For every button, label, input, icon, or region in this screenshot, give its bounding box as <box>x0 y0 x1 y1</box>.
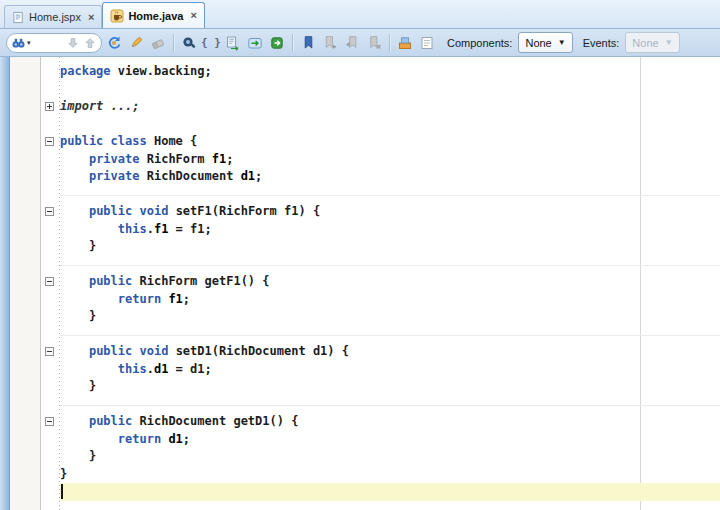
current-code-line[interactable] <box>60 483 720 501</box>
find-previous-arrow-icon[interactable] <box>82 35 98 51</box>
code-segment: ; <box>226 152 233 166</box>
close-tab-icon[interactable]: × <box>190 10 196 21</box>
code-line[interactable]: private RichForm f1; <box>60 151 720 169</box>
code-segment: class <box>111 134 147 148</box>
code-line[interactable]: } <box>60 448 720 466</box>
code-line[interactable]: package view.backing; <box>60 63 720 81</box>
toolbar-separator <box>292 34 293 52</box>
tab-home-java[interactable]: Home.java × <box>102 2 204 28</box>
code-segment: public <box>89 274 132 288</box>
surround-with-button[interactable] <box>245 33 265 53</box>
code-line[interactable]: } <box>60 378 720 396</box>
code-line[interactable] <box>60 326 720 344</box>
code-segment: } <box>60 309 96 323</box>
code-line[interactable]: public void setF1(RichForm f1) { <box>60 203 720 221</box>
code-line[interactable] <box>60 81 720 99</box>
fold-expand-icon[interactable] <box>45 102 54 111</box>
next-bookmark-button[interactable] <box>320 33 340 53</box>
events-dropdown: None ▼ <box>625 32 679 53</box>
code-line[interactable]: public RichForm getF1() { <box>60 273 720 291</box>
editor-toolbar: ▾ { } <box>0 28 720 57</box>
code-braces-button[interactable]: { } <box>201 33 221 53</box>
code-segment: RichForm <box>139 152 211 166</box>
note-page-button[interactable] <box>417 33 437 53</box>
find-usages-button[interactable] <box>179 33 199 53</box>
jspx-file-icon <box>12 11 25 24</box>
highlight-marker-button[interactable] <box>126 33 146 53</box>
code-line[interactable]: this.f1 = f1; <box>60 221 720 239</box>
code-segment: } <box>60 467 67 481</box>
reformat-button[interactable] <box>223 33 243 53</box>
code-line[interactable]: } <box>60 238 720 256</box>
code-segment: public <box>89 414 132 428</box>
code-segment: this <box>118 362 147 376</box>
code-segment <box>60 169 89 183</box>
code-segment <box>103 134 110 148</box>
code-line[interactable]: return d1; <box>60 431 720 449</box>
code-segment: d1 <box>168 432 182 446</box>
last-edit-location-button[interactable] <box>104 33 124 53</box>
code-segment: d1 <box>241 169 255 183</box>
remove-bookmarks-button[interactable] <box>364 33 384 53</box>
code-segment: return <box>118 432 161 446</box>
fold-collapse-icon[interactable] <box>45 347 54 356</box>
toggle-bookmark-button[interactable] <box>298 33 318 53</box>
fold-collapse-icon[interactable] <box>45 207 54 216</box>
code-segment: return <box>118 292 161 306</box>
code-segment: = f1; <box>168 222 211 236</box>
clear-highlight-button[interactable] <box>148 33 168 53</box>
tab-home-jspx[interactable]: Home.jspx × <box>4 5 102 28</box>
code-line[interactable] <box>60 116 720 134</box>
code-line[interactable]: private RichDocument d1; <box>60 168 720 186</box>
code-segment: f1 <box>154 222 168 236</box>
fold-collapse-icon[interactable] <box>45 137 54 146</box>
code-segment: public <box>60 134 103 148</box>
go-to-declaration-button[interactable] <box>267 33 287 53</box>
palette-button[interactable] <box>395 33 415 53</box>
code-segment: void <box>140 344 169 358</box>
text-caret <box>61 484 63 499</box>
code-line[interactable]: return f1; <box>60 291 720 309</box>
code-line[interactable] <box>60 256 720 274</box>
dropdown-caret-icon[interactable]: ▾ <box>27 39 31 47</box>
code-line[interactable] <box>60 186 720 204</box>
code-segment: = d1; <box>168 362 211 376</box>
code-segment: ; <box>255 169 262 183</box>
components-label: Components: <box>447 37 512 49</box>
find-next-arrow-icon[interactable] <box>65 35 81 51</box>
code-line[interactable]: } <box>60 466 720 484</box>
code-segment <box>60 362 118 376</box>
code-segment <box>60 222 118 236</box>
code-segment: view.backing; <box>111 64 212 78</box>
fold-collapse-icon[interactable] <box>45 417 54 426</box>
code-segment: import ...; <box>60 99 139 113</box>
code-editor[interactable]: package view.backing;import ...;public c… <box>0 57 720 510</box>
code-segment: void <box>140 204 169 218</box>
code-segment: RichDocument <box>139 169 240 183</box>
close-tab-icon[interactable]: × <box>88 12 94 23</box>
code-editor-window: Home.jspx × Home.java × ▾ <box>0 0 720 510</box>
find-input[interactable] <box>32 36 64 50</box>
code-segment: private <box>89 152 140 166</box>
code-segment: f1 <box>212 152 226 166</box>
code-line[interactable]: this.d1 = d1; <box>60 361 720 379</box>
code-segment <box>60 414 89 428</box>
code-segment <box>60 204 89 218</box>
code-segment: } <box>60 239 96 253</box>
code-segment <box>60 344 89 358</box>
code-line[interactable]: public RichDocument getD1() { <box>60 413 720 431</box>
code-segment: public <box>89 204 132 218</box>
find-binoculars-icon[interactable] <box>10 35 26 51</box>
code-line[interactable]: } <box>60 308 720 326</box>
fold-collapse-icon[interactable] <box>45 277 54 286</box>
code-line[interactable]: public class Home { <box>60 133 720 151</box>
code-line[interactable] <box>60 396 720 414</box>
code-line[interactable]: public void setD1(RichDocument d1) { <box>60 343 720 361</box>
code-segment <box>60 152 89 166</box>
code-lines[interactable]: package view.backing;import ...;public c… <box>0 57 720 510</box>
code-segment <box>60 432 118 446</box>
toolbar-separator <box>173 34 174 52</box>
code-line[interactable]: import ...; <box>60 98 720 116</box>
previous-bookmark-button[interactable] <box>342 33 362 53</box>
components-dropdown[interactable]: None ▼ <box>518 32 572 53</box>
